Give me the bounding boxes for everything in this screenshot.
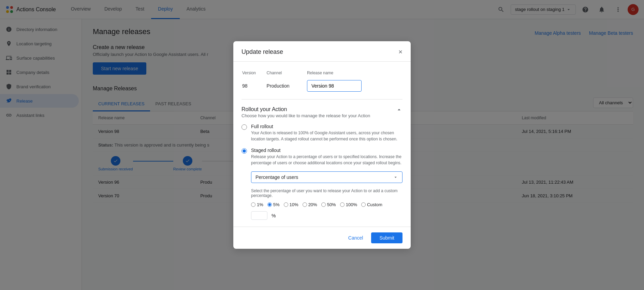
pct-option-10[interactable]: 10% — [284, 202, 298, 207]
version-number: 98 — [242, 79, 266, 93]
rollout-section: Rollout your Action Choose how you would… — [241, 99, 402, 220]
full-rollout-option: Full rollout Your Action is released to … — [241, 124, 402, 142]
version-table-head: Version Channel Release name — [242, 69, 402, 78]
submit-button[interactable]: Submit — [371, 232, 402, 243]
pct-radio-50[interactable] — [321, 202, 326, 207]
chevron-up-icon — [396, 106, 402, 113]
custom-pct-input[interactable] — [251, 211, 267, 220]
staged-rollout-desc: Release your Action to a percentage of u… — [251, 154, 402, 166]
version-table-body: 98 Production — [242, 79, 402, 93]
version-row: 98 Production — [242, 79, 402, 93]
staged-options: Percentage of users Location targeting S… — [251, 171, 402, 220]
rollout-header-text: Rollout your Action Choose how you would… — [241, 106, 370, 118]
percent-sign: % — [272, 213, 276, 218]
modal-header: Update release × — [233, 41, 411, 62]
cancel-button[interactable]: Cancel — [343, 232, 369, 243]
modal-body: Version Channel Release name 98 Producti… — [233, 62, 411, 227]
version-release-name-cell — [307, 79, 402, 93]
full-rollout-desc: Your Action is released to 100% of Googl… — [251, 130, 402, 142]
pct-option-custom[interactable]: Custom — [361, 202, 382, 207]
rollout-subtitle: Choose how you would like to manage the … — [241, 113, 370, 118]
pct-radio-custom[interactable] — [361, 202, 366, 207]
staged-type-select[interactable]: Percentage of users Location targeting — [255, 174, 393, 180]
version-info-table: Version Channel Release name 98 Producti… — [241, 68, 402, 94]
staged-type-dropdown[interactable]: Percentage of users Location targeting — [251, 171, 402, 183]
pct-radio-100[interactable] — [340, 202, 345, 207]
full-rollout-text: Full rollout Your Action is released to … — [251, 124, 402, 142]
col-channel-modal: Channel — [267, 69, 306, 78]
modal-overlay[interactable]: Update release × Version Channel Release… — [0, 0, 644, 290]
staged-rollout-radio[interactable] — [241, 148, 247, 154]
rollout-collapse-button[interactable] — [396, 106, 402, 115]
update-release-modal: Update release × Version Channel Release… — [233, 41, 411, 249]
pct-option-100[interactable]: 100% — [340, 202, 357, 207]
pct-option-20[interactable]: 20% — [303, 202, 317, 207]
pct-option-50[interactable]: 50% — [321, 202, 336, 207]
pct-option-5[interactable]: 5% — [267, 202, 280, 207]
pct-radio-20[interactable] — [303, 202, 307, 207]
staged-rollout-option: Staged rollout Release your Action to a … — [241, 148, 402, 166]
full-rollout-label: Full rollout — [251, 124, 402, 129]
release-name-input[interactable] — [307, 80, 362, 92]
pct-radio-1[interactable] — [251, 202, 255, 207]
pct-radio-10[interactable] — [284, 202, 288, 207]
modal-close-button[interactable]: × — [398, 48, 402, 56]
modal-footer: Cancel Submit — [233, 227, 411, 249]
pct-radio-5[interactable] — [267, 202, 272, 207]
rollout-header: Rollout your Action Choose how you would… — [241, 106, 402, 118]
col-version: Version — [242, 69, 266, 78]
modal-title: Update release — [241, 48, 283, 56]
staged-rollout-label: Staged rollout — [251, 148, 402, 153]
percentage-options: 1% 5% 10% 20% 50% — [251, 202, 402, 220]
version-channel: Production — [267, 79, 306, 93]
dropdown-chevron-icon — [393, 174, 398, 180]
staged-rollout-text: Staged rollout Release your Action to a … — [251, 148, 402, 166]
full-rollout-radio[interactable] — [241, 124, 247, 130]
rollout-title: Rollout your Action — [241, 106, 370, 112]
version-header-row: Version Channel Release name — [242, 69, 402, 78]
percentage-description: Select the percentage of user you want t… — [251, 188, 402, 198]
pct-option-1[interactable]: 1% — [251, 202, 263, 207]
col-release-name-modal: Release name — [307, 69, 402, 78]
